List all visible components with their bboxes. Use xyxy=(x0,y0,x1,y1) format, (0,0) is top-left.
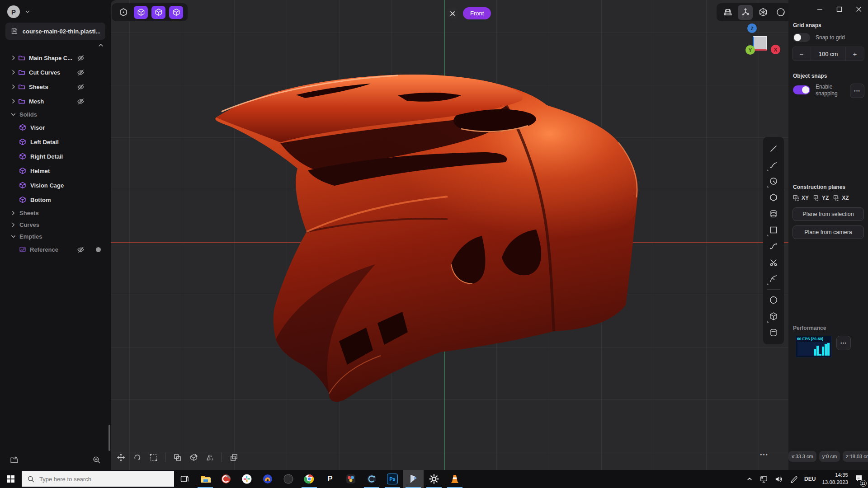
edge-mode-button[interactable] xyxy=(134,6,148,19)
visibility-off-icon[interactable] xyxy=(77,246,85,253)
viewport-3d[interactable]: Front Z Y X xyxy=(111,0,788,470)
chevron-right-icon[interactable] xyxy=(10,83,17,90)
snap-to-grid-toggle[interactable] xyxy=(793,33,810,42)
taskbar-clock[interactable]: 14:35 13.08.2023 xyxy=(822,472,848,486)
rectangle-tool[interactable] xyxy=(765,222,782,238)
duplicate-tool[interactable] xyxy=(227,451,240,464)
spiral-tool[interactable] xyxy=(765,206,782,222)
chevron-right-icon[interactable] xyxy=(10,54,17,61)
tray-chevron-up-icon[interactable] xyxy=(746,475,753,483)
chevron-right-icon[interactable] xyxy=(10,69,17,76)
polygon-tool[interactable] xyxy=(765,189,782,206)
taskbar-plasticity-active[interactable] xyxy=(403,470,424,488)
taskbar-slack[interactable] xyxy=(236,470,257,488)
outliner-section-empties[interactable]: Empties xyxy=(0,230,111,242)
chevron-down-icon[interactable] xyxy=(10,111,17,118)
circle-tool[interactable] xyxy=(765,173,782,189)
outliner-group-main-shape-curves[interactable]: Main Shape C... xyxy=(0,51,111,65)
cylinder-tool[interactable] xyxy=(765,324,782,341)
visibility-off-icon[interactable] xyxy=(77,69,85,76)
box-tool[interactable] xyxy=(765,308,782,324)
orientation-gizmo[interactable]: Z Y X xyxy=(745,23,785,60)
visibility-off-icon[interactable] xyxy=(77,83,85,91)
trim-tool[interactable] xyxy=(765,254,782,271)
wireframe-mode-button[interactable] xyxy=(755,5,770,20)
plane-from-selection-button[interactable]: Plane from selection xyxy=(793,207,864,221)
taskbar-file-explorer[interactable] xyxy=(195,470,216,488)
chevron-down-icon[interactable] xyxy=(24,9,31,15)
outliner-group-mesh[interactable]: Mesh xyxy=(0,94,111,108)
user-avatar[interactable]: P xyxy=(7,5,20,18)
grid-size-decrease-button[interactable]: − xyxy=(793,47,811,61)
taskbar-chrome[interactable] xyxy=(299,470,320,488)
taskbar-ccleaner[interactable] xyxy=(216,470,236,488)
task-view-button[interactable] xyxy=(174,470,195,488)
network-icon[interactable] xyxy=(760,475,768,483)
outliner-group-cut-curves[interactable]: Cut Curves xyxy=(0,65,111,80)
grid-toggle-button[interactable] xyxy=(720,5,735,20)
exit-view-button[interactable] xyxy=(446,7,458,19)
gizmo-front-face[interactable] xyxy=(753,36,767,51)
sidebar-scrollbar[interactable] xyxy=(108,425,110,451)
taskbar-aimp[interactable] xyxy=(257,470,278,488)
cut-tool[interactable] xyxy=(187,451,200,464)
pen-input-icon[interactable] xyxy=(789,475,798,483)
reference-status-dot[interactable] xyxy=(96,247,101,252)
maximize-button[interactable] xyxy=(836,6,842,12)
outliner-item-reference[interactable]: Reference xyxy=(0,242,111,257)
spline-tool[interactable] xyxy=(765,238,782,254)
taskbar-plasticity-launcher[interactable]: P xyxy=(320,470,340,488)
sphere-tool[interactable] xyxy=(765,292,782,308)
outliner-item-vision-cage[interactable]: Vision Cage xyxy=(0,178,111,192)
outliner-group-sheets[interactable]: Sheets xyxy=(0,80,111,94)
grid-size-value[interactable]: 100 cm xyxy=(811,47,846,61)
move-tool[interactable] xyxy=(114,451,127,464)
outliner-item-right-detail[interactable]: Right Detail xyxy=(0,149,111,164)
new-folder-icon[interactable] xyxy=(10,455,19,464)
search-outliner-icon[interactable] xyxy=(92,455,101,464)
solid-mode-button[interactable] xyxy=(169,6,183,19)
render-mode-button[interactable] xyxy=(773,5,788,20)
taskbar-davinci-resolve[interactable] xyxy=(340,470,361,488)
outliner-item-left-detail[interactable]: Left Detail xyxy=(0,135,111,149)
boolean-tool[interactable] xyxy=(171,451,184,464)
start-button[interactable] xyxy=(0,470,22,488)
grid-size-increase-button[interactable]: + xyxy=(846,47,864,61)
taskbar-obs[interactable] xyxy=(278,470,299,488)
vertex-mode-button[interactable] xyxy=(116,6,130,19)
close-window-button[interactable] xyxy=(856,6,862,12)
outliner-section-curves[interactable]: Curves xyxy=(0,219,111,230)
plane-yz-button[interactable]: YZ xyxy=(813,195,829,201)
fillet-curve-tool[interactable] xyxy=(765,271,782,287)
gizmo-y-axis[interactable]: Y xyxy=(745,45,755,55)
plane-xz-button[interactable]: XZ xyxy=(833,195,849,201)
visibility-off-icon[interactable] xyxy=(77,98,85,105)
taskbar-search[interactable] xyxy=(22,471,174,487)
language-indicator[interactable]: DEU xyxy=(804,476,816,482)
visibility-off-icon[interactable] xyxy=(77,54,85,62)
performance-more-button[interactable]: ●●● xyxy=(836,336,851,350)
gizmo-z-axis[interactable]: Z xyxy=(747,23,757,33)
volume-icon[interactable] xyxy=(774,475,783,483)
view-badge[interactable]: Front xyxy=(463,7,491,19)
search-input[interactable] xyxy=(39,476,157,483)
line-tool[interactable] xyxy=(765,141,782,157)
taskbar-photoshop[interactable]: Ps xyxy=(382,470,403,488)
taskbar-settings[interactable] xyxy=(424,470,444,488)
gizmo-toggle-button[interactable] xyxy=(738,5,753,20)
rotate-tool[interactable] xyxy=(131,451,143,464)
outliner-item-helmet[interactable]: Helmet xyxy=(0,164,111,178)
enable-snapping-toggle[interactable] xyxy=(793,85,810,94)
chevron-right-icon[interactable] xyxy=(10,98,17,105)
chevron-down-icon[interactable] xyxy=(10,233,17,240)
plane-xy-button[interactable]: XY xyxy=(793,195,809,201)
notification-center-button[interactable]: 11 xyxy=(854,474,863,484)
taskbar-vlc[interactable] xyxy=(444,470,465,488)
outliner-item-visor[interactable]: Visor xyxy=(0,120,111,135)
chevron-right-icon[interactable] xyxy=(10,221,17,228)
chevron-right-icon[interactable] xyxy=(10,210,17,216)
mirror-tool[interactable] xyxy=(203,451,216,464)
collapse-panel-icon[interactable] xyxy=(97,42,104,49)
helmet-3d-model[interactable] xyxy=(203,52,656,413)
current-file[interactable]: course-main-02-thin.plasti... xyxy=(5,23,105,40)
